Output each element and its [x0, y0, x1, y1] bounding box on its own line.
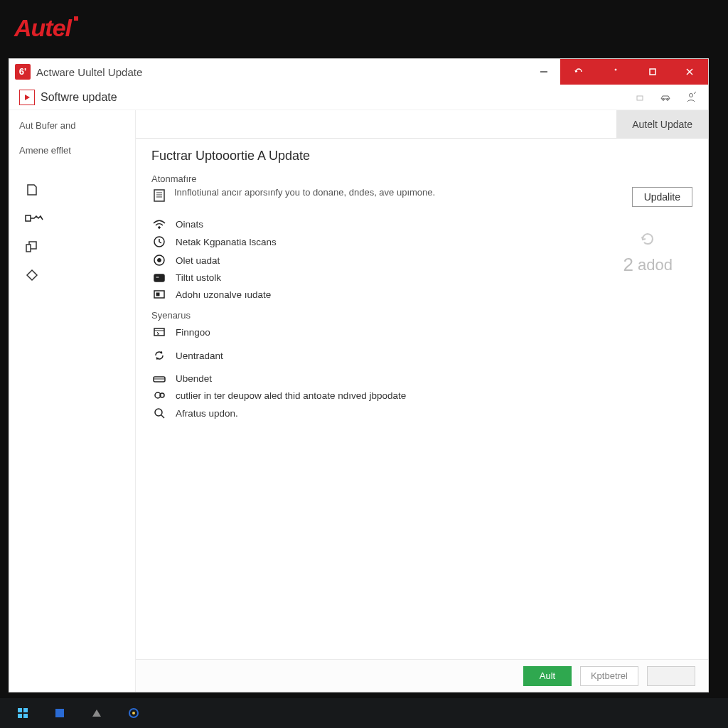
brand-logo: Autel — [14, 14, 78, 42]
sidebar-icon-diamond[interactable] — [9, 261, 135, 289]
svg-line-34 — [161, 415, 164, 418]
tab-update[interactable]: Autelt Update — [616, 110, 708, 138]
item-list-1: Oinats Netak Kgpanatia lscans Olet uadat… — [151, 215, 692, 303]
sidebar-icon-page[interactable] — [9, 176, 135, 204]
taskbar-icon-2[interactable] — [43, 698, 77, 728]
restore-button[interactable] — [597, 59, 634, 85]
taskbar — [0, 698, 728, 728]
description-text: Innflotiunal ancır aporsınfy you to dona… — [174, 187, 625, 198]
sub-titlebar: Softwre update — [9, 85, 708, 110]
list-item[interactable]: Finngoo — [151, 323, 692, 341]
svg-rect-13 — [26, 245, 31, 252]
taskbar-start-icon[interactable] — [6, 698, 40, 728]
svg-point-19 — [159, 227, 161, 229]
svg-point-1 — [615, 69, 616, 70]
brand-band: Autel — [0, 0, 728, 55]
brand-text: Autel — [14, 14, 71, 41]
sidebar-icon-connector[interactable] — [9, 204, 135, 232]
taskbar-icon-4[interactable] — [117, 698, 151, 728]
svg-rect-26 — [156, 293, 159, 296]
svg-point-9 — [690, 93, 693, 97]
svg-point-7 — [663, 98, 665, 100]
list-item[interactable]: Ubendet — [151, 370, 692, 387]
section-label-1: Atonmafıre — [151, 173, 692, 184]
list-item-label: cutlier in ter deupow aled thid antoate … — [176, 390, 406, 401]
description-row: Innflotiunal ancır aporsınfy you to dona… — [151, 187, 692, 207]
sidebar-item-1[interactable]: Aut Bufer and — [9, 113, 135, 138]
content: Fuctrar Uptooortie A Update Atonmafıre I… — [136, 139, 708, 659]
item-list-2: Finngoo Uentradant Ubendet cutlier in te… — [151, 323, 692, 422]
list-item-label: Oinats — [176, 219, 203, 230]
drive-icon — [151, 374, 167, 384]
gear-icon — [151, 390, 167, 401]
list-item-label: Uentradant — [176, 350, 223, 361]
list-item[interactable]: Tiltıt ustolk — [151, 269, 692, 286]
sidebar-item-2[interactable]: Amene efflet — [9, 138, 135, 163]
sub-title: Softwre update — [41, 91, 117, 104]
list-item[interactable]: cutlier in ter deupow aled thid antoate … — [151, 387, 692, 404]
list-item[interactable]: Afratus updon. — [151, 404, 692, 422]
svg-point-22 — [158, 259, 161, 262]
list-item[interactable]: Netak Kgpanatia lscans — [151, 232, 692, 251]
user-icon[interactable] — [678, 85, 704, 110]
svg-rect-36 — [23, 708, 28, 712]
footer: Ault Kptbetrel — [136, 659, 708, 692]
list-item-label: Ubendet — [176, 373, 212, 384]
svg-marker-5 — [25, 95, 30, 100]
list-item-label: Tiltıt ustolk — [176, 272, 221, 283]
section-label-2: Syenarus — [151, 310, 692, 321]
list-item-label: Finngoo — [176, 327, 210, 338]
app-window: 6' Actware Uultel Update Softwre update — [9, 58, 709, 692]
app-icon: 6' — [15, 64, 31, 80]
outer-titlebar: 6' Actware Uultel Update — [9, 59, 708, 85]
brand-dot-icon — [74, 16, 78, 21]
list-item-label: Olet uadat — [176, 255, 220, 266]
sync-icon — [151, 349, 167, 362]
maximize-button[interactable] — [634, 59, 671, 85]
window-controls — [560, 59, 708, 85]
update-button[interactable]: Updalite — [632, 187, 692, 207]
svg-line-10 — [694, 92, 696, 94]
car-icon[interactable] — [653, 85, 678, 110]
svg-rect-38 — [23, 714, 28, 718]
list-item[interactable]: Adohı uzonalve ıudate — [151, 286, 692, 303]
list-item-label: Netak Kgpanatia lscans — [176, 237, 277, 247]
document-icon — [151, 187, 167, 203]
svg-rect-35 — [18, 708, 22, 712]
list-item-label: Adohı uzonalve ıudate — [176, 289, 271, 300]
svg-rect-11 — [26, 215, 31, 221]
footer-secondary-button[interactable]: Kptbetrel — [580, 666, 638, 686]
footer-ghost-button[interactable] — [647, 666, 695, 686]
list-item-label: Afratus updon. — [176, 408, 238, 419]
card-icon — [151, 273, 167, 283]
clock-icon — [151, 235, 167, 248]
minimize-button[interactable] — [528, 59, 560, 85]
svg-marker-14 — [27, 270, 37, 280]
taskbar-icon-3[interactable] — [80, 698, 114, 728]
window-icon — [151, 326, 167, 338]
svg-point-33 — [155, 409, 162, 416]
svg-rect-15 — [154, 190, 164, 201]
svg-point-41 — [132, 712, 135, 714]
list-item[interactable]: Olet uadat — [151, 251, 692, 269]
page-title: Fuctrar Uptooortie A Update — [151, 149, 692, 164]
sidebar-icon-module[interactable] — [9, 232, 135, 261]
tab-placeholder-button[interactable] — [627, 85, 653, 110]
search-icon — [151, 407, 167, 419]
close-button[interactable] — [671, 59, 708, 85]
update-icon — [19, 90, 35, 105]
svg-rect-39 — [55, 709, 64, 717]
tabbar: Autelt Update — [136, 110, 708, 139]
svg-rect-2 — [650, 69, 655, 75]
sidebar: Aut Bufer and Amene efflet — [9, 110, 136, 692]
svg-rect-37 — [18, 714, 22, 718]
window-title: Actware Uultel Update — [36, 66, 142, 78]
list-item[interactable]: Oinats — [151, 215, 692, 232]
footer-primary-button[interactable]: Ault — [523, 666, 572, 686]
help-button[interactable] — [560, 59, 597, 85]
box-icon — [151, 289, 167, 300]
wifi-icon — [151, 218, 167, 230]
main-area: Autelt Update Fuctrar Uptooortie A Updat… — [136, 110, 708, 692]
svg-rect-24 — [156, 277, 159, 278]
list-item[interactable]: Uentradant — [151, 346, 692, 365]
